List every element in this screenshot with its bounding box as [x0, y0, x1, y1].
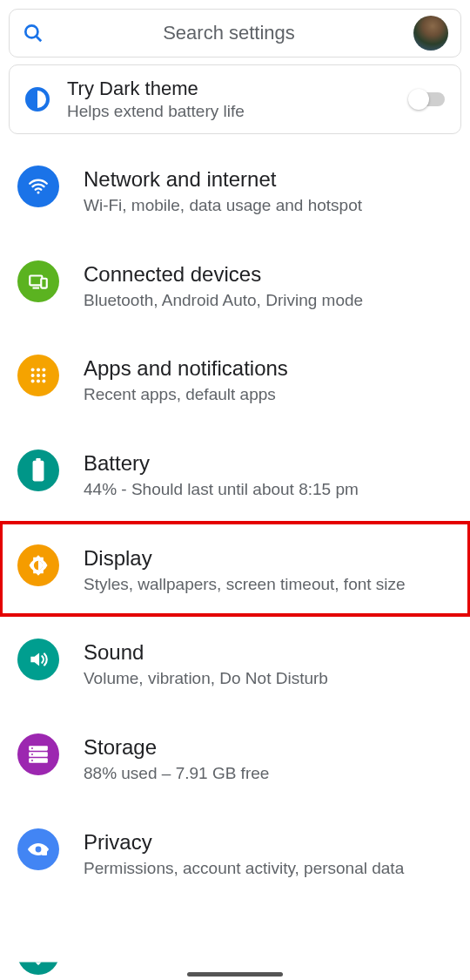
row-title: Battery	[84, 448, 453, 476]
search-bar[interactable]: Search settings	[9, 9, 461, 57]
svg-point-21	[31, 747, 33, 749]
row-title: Privacy	[84, 827, 453, 855]
svg-point-7	[37, 368, 40, 372]
svg-point-6	[31, 368, 35, 372]
row-location-cutoff[interactable]: Location	[17, 933, 163, 975]
row-subtitle: 88% used – 7.91 GB free	[84, 763, 423, 785]
row-apps[interactable]: Apps and notifications Recent apps, defa…	[0, 332, 470, 427]
brightness-icon	[17, 544, 59, 586]
apps-icon	[17, 355, 59, 396]
svg-point-14	[42, 380, 45, 383]
search-placeholder: Search settings	[44, 22, 413, 44]
row-subtitle: Recent apps, default apps	[84, 384, 423, 406]
row-title: Display	[84, 543, 453, 571]
svg-point-27	[36, 948, 42, 954]
sound-icon	[17, 639, 59, 680]
svg-point-2	[37, 192, 39, 194]
avatar[interactable]	[413, 16, 448, 51]
row-subtitle: Bluetooth, Android Auto, Driving mode	[84, 290, 423, 312]
row-title: Storage	[84, 732, 453, 760]
svg-point-9	[31, 374, 35, 377]
try-card-title: Try Dark theme	[67, 78, 393, 100]
settings-list: Network and internet Wi-Fi, mobile, data…	[0, 143, 470, 901]
svg-point-11	[42, 374, 45, 377]
try-dark-theme-card[interactable]: Try Dark theme Helps extend battery life	[9, 64, 461, 134]
svg-point-8	[42, 368, 45, 372]
svg-point-10	[37, 374, 40, 377]
row-privacy[interactable]: Privacy Permissions, account activity, p…	[0, 806, 470, 901]
row-title: Sound	[84, 637, 453, 665]
svg-point-12	[31, 380, 35, 383]
wifi-icon	[17, 166, 59, 207]
row-subtitle: Wi-Fi, mobile, data usage and hotspot	[84, 195, 423, 217]
row-display[interactable]: Display Styles, wallpapers, screen timeo…	[0, 522, 470, 617]
row-subtitle: Styles, wallpapers, screen timeout, font…	[84, 574, 423, 596]
row-subtitle: Volume, vibration, Do Not Disturb	[84, 668, 423, 690]
try-card-subtitle: Helps extend battery life	[67, 102, 393, 121]
svg-rect-4	[41, 278, 47, 287]
dark-theme-toggle[interactable]	[410, 92, 445, 106]
row-network[interactable]: Network and internet Wi-Fi, mobile, data…	[0, 143, 470, 238]
half-circle-icon	[25, 87, 50, 112]
row-title: Location	[84, 971, 163, 980]
svg-point-23	[31, 760, 33, 761]
svg-point-13	[37, 380, 40, 383]
location-icon	[17, 933, 59, 975]
row-subtitle: Permissions, account activity, personal …	[84, 858, 423, 880]
svg-point-24	[36, 846, 42, 852]
row-title: Network and internet	[84, 164, 453, 192]
row-title: Connected devices	[84, 259, 453, 287]
storage-icon	[17, 733, 59, 775]
row-subtitle: 44% - Should last until about 8:15 pm	[84, 479, 423, 501]
row-sound[interactable]: Sound Volume, vibration, Do Not Disturb	[0, 616, 470, 711]
battery-icon	[17, 449, 59, 491]
row-connected-devices[interactable]: Connected devices Bluetooth, Android Aut…	[0, 238, 470, 333]
row-title: Apps and notifications	[84, 353, 453, 381]
search-icon	[22, 22, 44, 44]
nav-handle[interactable]	[187, 972, 283, 977]
privacy-icon	[17, 828, 59, 870]
svg-line-1	[36, 36, 41, 41]
row-battery[interactable]: Battery 44% - Should last until about 8:…	[0, 427, 470, 522]
devices-icon	[17, 260, 59, 302]
svg-point-0	[25, 25, 37, 37]
row-storage[interactable]: Storage 88% used – 7.91 GB free	[0, 711, 470, 806]
svg-point-22	[31, 754, 33, 755]
svg-rect-16	[33, 461, 44, 482]
